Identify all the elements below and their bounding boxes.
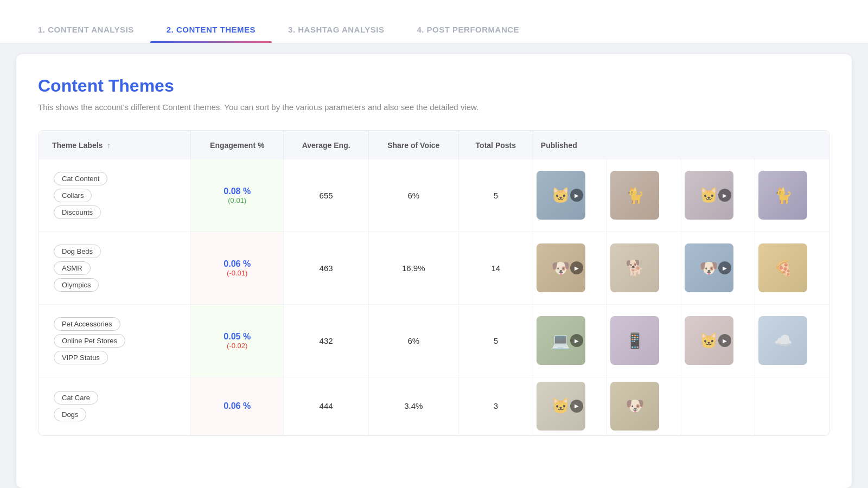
table-wrapper[interactable]: Theme Labels ↑ Engagement % Average Eng.… (38, 130, 830, 436)
pub-img-wrap: 🐱▶ (537, 171, 585, 220)
published-image-cell[interactable]: 🐱▶ (533, 159, 607, 232)
share-of-voice-cell: 16.9% (368, 232, 458, 304)
pub-img-wrap: 📱 (610, 316, 659, 365)
play-icon: ▶ (570, 400, 583, 413)
tab-post-performance[interactable]: 4. POST PERFORMANCE (400, 25, 535, 43)
tab-hashtag-analysis[interactable]: 3. HASHTAG ANALYSIS (272, 25, 400, 43)
pub-img-wrap: 🐈 (610, 171, 659, 220)
table-row: Cat CareDogs0.06 %4443.4%3🐱▶🐶 (39, 377, 829, 435)
published-image-cell[interactable]: 🐈 (755, 159, 829, 232)
published-image-cell[interactable]: 🐶▶ (533, 232, 607, 304)
pub-img-inner: 🐈 (758, 171, 807, 220)
share-of-voice-cell: 3.4% (368, 377, 458, 435)
share-of-voice-cell: 6% (368, 159, 458, 232)
table-row: Cat ContentCollarsDiscounts0.08 %(0.01)6… (39, 159, 829, 232)
average-eng-cell: 432 (284, 304, 368, 377)
pub-img-inner: 🐶 (610, 382, 659, 431)
pub-img-inner: 🍕 (758, 243, 807, 292)
tab-content-themes[interactable]: 2. CONTENT THEMES (150, 25, 272, 43)
theme-tag[interactable]: VIPP Status (54, 351, 108, 364)
pub-img-wrap: 🐕 (610, 243, 659, 292)
theme-tag[interactable]: Online Pet Stores (54, 334, 125, 348)
pub-img-wrap: 🐶▶ (685, 243, 733, 292)
published-image-cell[interactable]: 🐶 (607, 377, 681, 435)
table-row: Pet AccessoriesOnline Pet StoresVIPP Sta… (39, 304, 829, 377)
engagement-cell: 0.06 % (191, 377, 284, 435)
pub-img-wrap: 🍕 (758, 243, 807, 292)
theme-tag[interactable]: Collars (54, 189, 92, 202)
play-icon: ▶ (570, 334, 583, 347)
total-posts-cell: 5 (458, 159, 533, 232)
engagement-cell: 0.08 %(0.01) (191, 159, 284, 232)
tags-cell: Cat CareDogs (39, 377, 191, 435)
table-header-row: Theme Labels ↑ Engagement % Average Eng.… (39, 131, 829, 159)
pub-img-wrap: 🐶▶ (537, 243, 585, 292)
average-eng-cell: 655 (284, 159, 368, 232)
section-title: Content Themes (38, 76, 830, 96)
total-posts-cell: 5 (458, 304, 533, 377)
section-description: This shows the account's different Conte… (38, 101, 830, 114)
tags-cell: Pet AccessoriesOnline Pet StoresVIPP Sta… (39, 304, 191, 377)
engagement-delta: (-0.01) (199, 269, 276, 277)
empty-image-cell (681, 377, 755, 435)
theme-tag[interactable]: Pet Accessories (54, 317, 120, 331)
published-image-cell[interactable]: ☁️ (755, 304, 829, 377)
pub-img-wrap: 🐱▶ (685, 171, 733, 220)
published-image-cell[interactable]: 🐱▶ (681, 159, 755, 232)
theme-tag[interactable]: Discounts (54, 206, 101, 219)
theme-tag[interactable]: Cat Content (54, 172, 107, 185)
pub-img-wrap: ☁️ (758, 316, 807, 365)
play-icon: ▶ (570, 261, 583, 274)
pub-img-inner: 🐈 (610, 171, 659, 220)
pub-img-wrap: 🐱▶ (537, 382, 585, 431)
pub-img-wrap: 🐱▶ (685, 316, 733, 365)
engagement-percent: 0.06 % (199, 259, 276, 269)
engagement-percent: 0.05 % (199, 332, 276, 342)
play-icon: ▶ (718, 334, 731, 347)
theme-tag[interactable]: ASMR (54, 261, 91, 275)
total-posts-cell: 14 (458, 232, 533, 304)
th-average-eng[interactable]: Average Eng. (284, 131, 368, 159)
total-posts-cell: 3 (458, 377, 533, 435)
main-content: Content Themes This shows the account's … (16, 54, 852, 488)
published-image-cell[interactable]: 💻▶ (533, 304, 607, 377)
play-icon: ▶ (718, 189, 731, 202)
content-table: Theme Labels ↑ Engagement % Average Eng.… (39, 131, 829, 435)
th-published[interactable]: Published (533, 131, 829, 159)
play-icon: ▶ (718, 261, 731, 274)
engagement-cell: 0.05 %(-0.02) (191, 304, 284, 377)
pub-img-inner: 📱 (610, 316, 659, 365)
average-eng-cell: 463 (284, 232, 368, 304)
th-total-posts[interactable]: Total Posts (458, 131, 533, 159)
table-row: Dog BedsASMROlympics0.06 %(-0.01)46316.9… (39, 232, 829, 304)
theme-tag[interactable]: Olympics (54, 278, 99, 292)
tabs-bar: 1. CONTENT ANALYSIS 2. CONTENT THEMES 3.… (0, 0, 868, 43)
th-engagement-pct[interactable]: Engagement % (191, 131, 284, 159)
theme-tag[interactable]: Cat Care (54, 391, 98, 404)
engagement-percent: 0.06 % (199, 401, 276, 411)
share-of-voice-cell: 6% (368, 304, 458, 377)
engagement-delta: (-0.02) (199, 342, 276, 350)
th-share-of-voice[interactable]: Share of Voice (368, 131, 458, 159)
sort-arrow-icon: ↑ (107, 141, 111, 150)
published-image-cell[interactable]: 🐱▶ (681, 304, 755, 377)
pub-img-wrap: 💻▶ (537, 316, 585, 365)
published-image-cell[interactable]: 🐱▶ (533, 377, 607, 435)
published-image-cell[interactable]: 📱 (607, 304, 681, 377)
theme-tag[interactable]: Dog Beds (54, 245, 101, 258)
tab-content-analysis[interactable]: 1. CONTENT ANALYSIS (22, 25, 150, 43)
tags-cell: Cat ContentCollarsDiscounts (39, 159, 191, 232)
published-image-cell[interactable]: 🐕 (607, 232, 681, 304)
tags-cell: Dog BedsASMROlympics (39, 232, 191, 304)
pub-img-wrap: 🐈 (758, 171, 807, 220)
play-icon: ▶ (570, 189, 583, 202)
published-image-cell[interactable]: 🐶▶ (681, 232, 755, 304)
th-theme-labels[interactable]: Theme Labels ↑ (39, 131, 191, 159)
pub-img-inner: ☁️ (758, 316, 807, 365)
published-image-cell[interactable]: 🍕 (755, 232, 829, 304)
engagement-delta: (0.01) (199, 196, 276, 204)
published-image-cell[interactable]: 🐈 (607, 159, 681, 232)
theme-tag[interactable]: Dogs (54, 408, 86, 421)
pub-img-wrap: 🐶 (610, 382, 659, 431)
average-eng-cell: 444 (284, 377, 368, 435)
